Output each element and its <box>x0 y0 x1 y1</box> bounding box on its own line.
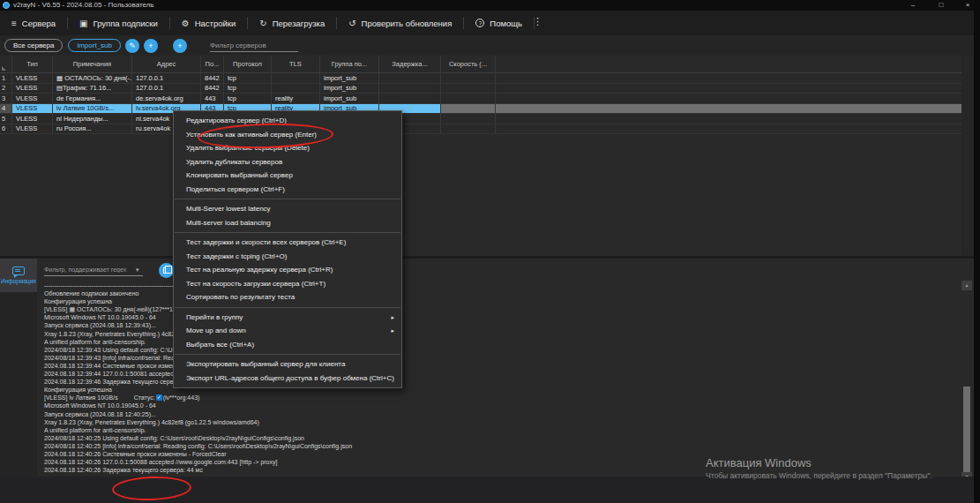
overflow-menu-icon[interactable]: ⋮ <box>533 16 542 27</box>
menu-servers-label: Сервера <box>22 19 56 28</box>
all-servers-chip[interactable]: Все сервера <box>4 39 63 52</box>
scrollbar-thumb[interactable] <box>963 387 970 475</box>
menu-subscription-group[interactable]: ▣ Группа подписки <box>68 11 169 35</box>
title-bar[interactable]: v2rayN - V6.55 - 2024.08.05 - Пользовате… <box>0 0 974 11</box>
menu-settings[interactable]: ⚙ Настройки <box>170 11 248 35</box>
window-edge <box>974 0 980 503</box>
group-chip-import-sub[interactable]: import_sub <box>68 39 121 52</box>
pencil-icon: ✎ <box>129 41 136 50</box>
table-row[interactable]: 6 VLESS ru Россия... ru.serva4ok <box>0 124 961 135</box>
menu-export-share-urls[interactable]: Экспорт URL-адресов общего доступа в буф… <box>174 372 401 386</box>
menu-remove-duplicate-servers[interactable]: Удалить дубликаты серверов <box>174 155 401 169</box>
menu-servers[interactable]: ≡ Сервера <box>0 11 67 35</box>
table-row[interactable]: 2 VLESS ▤Трафик: 71.16... 127.0.0.1 8442… <box>0 84 961 94</box>
header-speed[interactable]: Скорость (... <box>441 56 496 72</box>
log-server-name: [VLESS] lv Латвия 10GB/s <box>44 394 118 401</box>
menu-share-server[interactable]: Поделиться сервером (Ctrl+F) <box>174 183 401 197</box>
status-checkbox-icon <box>156 394 162 401</box>
header-type[interactable]: Тип <box>12 56 53 72</box>
cell-tls <box>272 73 320 83</box>
menu-separator <box>175 354 400 355</box>
cell-address: 127.0.0.1 <box>132 84 201 94</box>
menu-multi-server-lowest-latency[interactable]: Multi-Server lowest latency <box>174 202 401 216</box>
row-number: 6 <box>0 124 12 134</box>
servers-icon: ≡ <box>11 19 17 28</box>
menu-settings-label: Настройки <box>195 19 236 28</box>
maximize-button[interactable]: □ <box>931 0 951 10</box>
server-table: Тип Примечания Адрес По... Протокол TLS … <box>0 56 974 256</box>
menu-check-updates[interactable]: ↺ Проверить обновления <box>337 11 463 35</box>
menu-test-tcping[interactable]: Тест задержки с tcping (Ctrl+O) <box>174 250 401 264</box>
menu-multi-server-load-balancing[interactable]: Multi-server load balancing <box>174 216 401 230</box>
log-line: Xray 1.8.23 (Xray, Penetrates Everything… <box>44 418 957 426</box>
menu-reload[interactable]: ↻ Перезагрузка <box>248 11 336 35</box>
header-filler <box>496 56 961 72</box>
header-remarks[interactable]: Примечания <box>53 56 132 72</box>
cell-filler <box>496 84 961 94</box>
header-port[interactable]: По... <box>201 56 224 72</box>
menu-help[interactable]: ? Помощь <box>464 11 534 35</box>
menu-test-real-latency[interactable]: Тест на реальную задержку сервера (Ctrl+… <box>174 263 401 277</box>
subscription-group-icon: ▣ <box>79 19 87 28</box>
log-status-detail: (lv***org:443) <box>163 394 200 401</box>
cell-remarks: nl Нидерланды... <box>53 114 132 124</box>
edit-group-button[interactable]: ✎ <box>125 39 139 53</box>
select-all-corner[interactable] <box>0 56 12 72</box>
table-row[interactable]: 3 VLESS de Германия... de.serva4ok.org 4… <box>0 94 961 104</box>
minimize-button[interactable]: – <box>903 0 923 10</box>
submenu-arrow-icon: ▸ <box>391 311 394 325</box>
menu-move-to-group[interactable]: Перейти в группу▸ <box>174 311 401 325</box>
window-title: v2rayN - V6.55 - 2024.08.05 - Пользовате… <box>13 0 154 11</box>
menu-move-up-down-label: Move up and down <box>186 327 246 334</box>
header-group[interactable]: Группа по... <box>320 56 379 72</box>
menu-separator <box>175 199 400 199</box>
menu-test-download-speed[interactable]: Тест на скорость загрузки сервера (Ctrl+… <box>174 277 401 291</box>
log-tabstrip: Информация <box>0 259 37 477</box>
log-line: 2024/08/18 12:40:25 Using default config… <box>44 434 957 442</box>
cell-remarks: ▦ ОСТАЛОСЬ: 30 дня(-... <box>53 73 132 83</box>
menu-separator <box>175 232 400 233</box>
row-number: 1 <box>0 73 12 83</box>
menu-remove-selected-servers[interactable]: Удалить выбранные серверы (Delete) <box>174 141 401 155</box>
plus-icon: + <box>148 41 153 50</box>
log-line: A unified platform for anti-censorship. <box>44 426 957 434</box>
scroll-up-icon[interactable]: ▴ <box>961 281 972 290</box>
cell-speed <box>441 94 496 103</box>
copy-log-button[interactable] <box>159 263 174 278</box>
menu-export-server-for-client[interactable]: Экспортировать выбранный сервер для клие… <box>174 357 401 372</box>
cell-remarks: de Германия... <box>53 94 132 103</box>
menu-set-active-server[interactable]: Установить как активный сервер (Enter) <box>174 128 401 142</box>
cell-address: 127.0.0.1 <box>132 73 201 83</box>
tab-information[interactable]: Информация <box>0 259 37 292</box>
table-header-row[interactable]: Тип Примечания Адрес По... Протокол TLS … <box>0 56 961 73</box>
header-protocol[interactable]: Протокол <box>224 56 272 72</box>
cell-port: 8442 <box>201 73 224 83</box>
menu-sort-by-test-result[interactable]: Сортировать по результату теста <box>174 290 401 304</box>
header-latency[interactable]: Задержка... <box>379 56 441 72</box>
header-address[interactable]: Адрес <box>132 56 201 72</box>
header-tls[interactable]: TLS <box>272 56 320 72</box>
table-row-selected[interactable]: 4 VLESS lv Латвия 10GB/s... lv.serva4ok.… <box>0 104 961 115</box>
log-scrollbar[interactable]: ▴ ▾ <box>961 281 973 485</box>
log-line: 2024.08.18 12:40:26 Системные прокси изм… <box>44 450 957 458</box>
menu-clone-server[interactable]: Клонировать выбранный сервер <box>174 169 401 183</box>
cell-filler <box>496 104 961 114</box>
menu-select-all[interactable]: Выбрать все (Ctrl+A) <box>174 338 401 352</box>
menu-move-up-down[interactable]: Move up and down▸ <box>174 324 401 338</box>
cell-speed <box>441 73 496 83</box>
menu-bar: ≡ Сервера ▣ Группа подписки ⚙ Настройки … <box>0 11 974 35</box>
cell-speed <box>441 124 496 134</box>
server-filter-input[interactable] <box>210 39 298 52</box>
menu-subscription-group-label: Группа подписки <box>94 19 158 28</box>
table-row[interactable]: 1 VLESS ▦ ОСТАЛОСЬ: 30 дня(-... 127.0.0.… <box>0 73 961 84</box>
table-right-gutter <box>961 56 974 256</box>
add-group-button[interactable]: + <box>144 39 158 53</box>
v2rayn-window: v2rayN - V6.55 - 2024.08.05 - Пользовате… <box>0 0 980 503</box>
windows-activation-title: Активация Windows <box>706 456 812 469</box>
add-server-button[interactable]: + <box>173 39 187 53</box>
table-row[interactable]: 5 VLESS nl Нидерланды... nl.serva4ok <box>0 114 961 124</box>
menu-test-latency-speed-all[interactable]: Тест задержки и скорости всех серверов (… <box>174 236 401 250</box>
log-filter-input[interactable] <box>44 264 143 276</box>
chevron-down-icon[interactable]: ▾ <box>136 267 139 274</box>
menu-edit-server[interactable]: Редактировать сервер (Ctrl+D) <box>174 114 401 128</box>
